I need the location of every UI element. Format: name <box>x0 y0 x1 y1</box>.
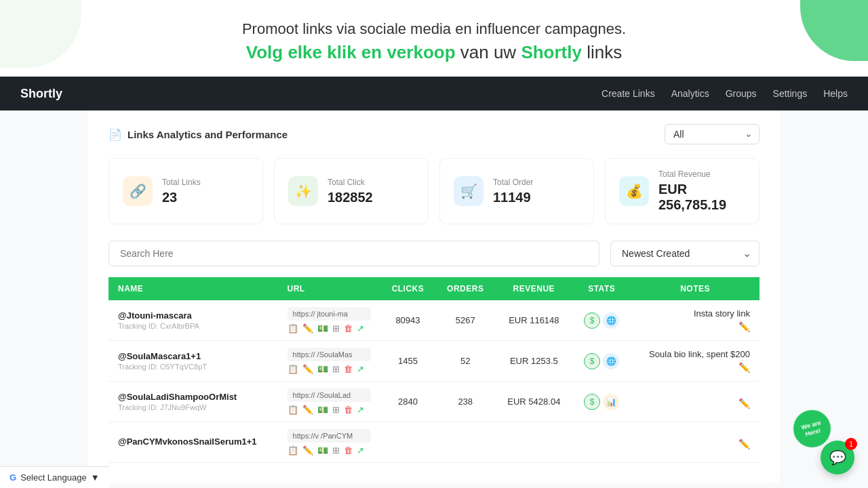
share-icon-2[interactable]: ↗ <box>357 405 364 415</box>
copy-icon-3[interactable]: 📋 <box>288 445 298 455</box>
edit-icon-1[interactable]: ✏️ <box>302 364 313 374</box>
col-stats: STATS <box>572 277 631 300</box>
stats-circle-icon[interactable]: $ <box>584 394 600 410</box>
chat-widget[interactable]: 💬 1 <box>821 441 854 474</box>
share-icon-1[interactable]: ↗ <box>357 364 364 374</box>
nav-helps[interactable]: Helps <box>823 88 848 99</box>
money-icon-1[interactable]: 💵 <box>317 364 328 374</box>
money-icon-3[interactable]: 💵 <box>317 445 328 455</box>
stat-label-links: Total Links <box>162 178 201 187</box>
stats-globe-icon[interactable]: 🌐 <box>603 312 619 329</box>
note-text-1: Soula bio link, spent $200 <box>649 349 750 359</box>
qr-icon-0[interactable]: ⊞ <box>332 323 340 333</box>
links-icon: 📄 <box>108 128 122 141</box>
stats-globe-icon[interactable]: 🌐 <box>603 353 619 369</box>
banner-subtitle: Promoot links via sociale media en influ… <box>14 20 854 38</box>
link-name-0: @Jtouni-mascara <box>118 310 269 321</box>
link-name-1: @SoulaMascara1+1 <box>118 351 269 361</box>
stat-card-orders: 🛒 Total Order 11149 <box>439 158 594 224</box>
sort-select[interactable]: Newest Created Oldest Created Most Click… <box>610 241 760 266</box>
col-notes: NOTES <box>631 277 760 300</box>
search-input-wrap <box>108 241 599 266</box>
banner-title-plain: van uw <box>460 42 516 62</box>
edit-icon-2[interactable]: ✏️ <box>302 405 313 415</box>
stat-value-links: 23 <box>162 190 201 205</box>
url-display-3: https://v /PanCYM <box>288 429 371 443</box>
url-actions-1: 📋 ✏️ 💵 ⊞ 🗑 ↗ <box>288 364 371 374</box>
navbar-links: Create Links Analytics Groups Settings H… <box>601 88 848 99</box>
stat-card-clicks: ✨ Total Click 182852 <box>274 158 429 224</box>
page-title: Links Analytics and Performance <box>127 129 288 140</box>
delete-icon-1[interactable]: 🗑 <box>344 364 353 374</box>
nav-settings[interactable]: Settings <box>773 88 808 99</box>
note-edit-icon-0[interactable]: ✏️ <box>640 321 750 332</box>
stats-circle-icon[interactable]: $ <box>584 353 600 369</box>
nav-create-links[interactable]: Create Links <box>601 88 655 99</box>
cell-stats-1: $🌐 <box>572 341 631 382</box>
cell-name-3: @PanCYMvkonosSnailSerum1+1 <box>108 422 278 463</box>
delete-icon-2[interactable]: 🗑 <box>344 405 353 415</box>
table-row: @PanCYMvkonosSnailSerum1+1 https://v /Pa… <box>108 422 760 463</box>
url-actions-2: 📋 ✏️ 💵 ⊞ 🗑 ↗ <box>288 405 371 415</box>
qr-icon-3[interactable]: ⊞ <box>332 445 340 455</box>
cell-notes-3: ✏️ <box>631 422 760 463</box>
cell-revenue-0: EUR 116148 <box>495 300 572 341</box>
url-display-2: https:// /SoulaLad <box>288 388 371 402</box>
lang-dropdown-icon[interactable]: ▼ <box>91 472 100 483</box>
sort-select-wrap: Newest Created Oldest Created Most Click… <box>610 241 760 266</box>
copy-icon-2[interactable]: 📋 <box>288 405 298 415</box>
cell-revenue-2: EUR 5428.04 <box>495 382 572 422</box>
link-name-2: @SoulaLadiShampooOrMist <box>118 392 269 402</box>
share-icon-0[interactable]: ↗ <box>357 323 364 333</box>
language-bar: G Select Language ▼ <box>0 466 109 488</box>
stat-info-revenue: Total Revenue EUR 256,785.19 <box>658 169 745 213</box>
search-input[interactable] <box>108 241 599 266</box>
banner-title: Volg elke klik en verkoop van uw Shortly… <box>14 42 854 63</box>
url-display-0: https:// jtouni-ma <box>288 307 371 321</box>
url-display-1: https:// /SoulaMas <box>288 348 371 361</box>
tracking-id-0: Tracking ID: CxrAlbrBPA <box>118 322 269 330</box>
navbar-brand: Shortly <box>20 87 62 101</box>
note-text-0: Insta story link <box>694 308 750 319</box>
share-icon-3[interactable]: ↗ <box>357 445 364 455</box>
money-icon-2[interactable]: 💵 <box>317 405 328 415</box>
note-edit-icon-1[interactable]: ✏️ <box>640 362 750 373</box>
col-clicks: CLICKS <box>380 277 435 300</box>
filter-select[interactable]: All Active Inactive <box>665 124 760 144</box>
cell-url-2: https:// /SoulaLad 📋 ✏️ 💵 ⊞ 🗑 ↗ <box>278 382 380 422</box>
table-row: @SoulaMascara1+1 Tracking ID: O5YTqVC8pT… <box>108 341 760 382</box>
cell-name-1: @SoulaMascara1+1 Tracking ID: O5YTqVC8pT <box>108 341 278 382</box>
delete-icon-3[interactable]: 🗑 <box>344 445 353 455</box>
cell-notes-1: Soula bio link, spent $200 ✏️ <box>631 341 760 382</box>
qr-icon-1[interactable]: ⊞ <box>332 364 340 374</box>
cell-url-0: https:// jtouni-ma 📋 ✏️ 💵 ⊞ 🗑 ↗ <box>278 300 380 341</box>
cell-url-1: https:// /SoulaMas 📋 ✏️ 💵 ⊞ 🗑 ↗ <box>278 341 380 382</box>
delete-icon-0[interactable]: 🗑 <box>344 323 353 333</box>
stats-pie-icon[interactable]: 📊 <box>603 394 619 410</box>
stat-info-links: Total Links 23 <box>162 178 201 205</box>
nav-groups[interactable]: Groups <box>726 88 757 99</box>
navbar: Shortly Create Links Analytics Groups Se… <box>0 77 868 110</box>
stats-circle-icon[interactable]: $ <box>584 312 600 329</box>
cell-orders-2: 238 <box>435 382 495 422</box>
stat-label-orders: Total Order <box>493 178 533 187</box>
stat-info-orders: Total Order 11149 <box>493 178 533 205</box>
page-header: 📄 Links Analytics and Performance All Ac… <box>108 124 760 144</box>
note-edit-icon-3[interactable]: ✏️ <box>640 439 750 449</box>
url-actions-0: 📋 ✏️ 💵 ⊞ 🗑 ↗ <box>288 323 371 333</box>
cell-orders-0: 5267 <box>435 300 495 341</box>
copy-icon-0[interactable]: 📋 <box>288 323 298 333</box>
col-revenue: REVENUE <box>495 277 572 300</box>
edit-icon-3[interactable]: ✏️ <box>302 445 313 455</box>
cell-clicks-1: 1455 <box>380 341 435 382</box>
copy-icon-1[interactable]: 📋 <box>288 364 298 374</box>
col-name: NAME <box>108 277 278 300</box>
cell-stats-0: $🌐 <box>572 300 631 341</box>
stat-value-orders: 11149 <box>493 190 533 205</box>
qr-icon-2[interactable]: ⊞ <box>332 405 340 415</box>
money-icon-0[interactable]: 💵 <box>317 323 328 333</box>
note-edit-icon-2[interactable]: ✏️ <box>640 398 750 409</box>
cell-orders-3 <box>435 422 495 463</box>
edit-icon-0[interactable]: ✏️ <box>302 323 313 333</box>
nav-analytics[interactable]: Analytics <box>671 88 709 99</box>
